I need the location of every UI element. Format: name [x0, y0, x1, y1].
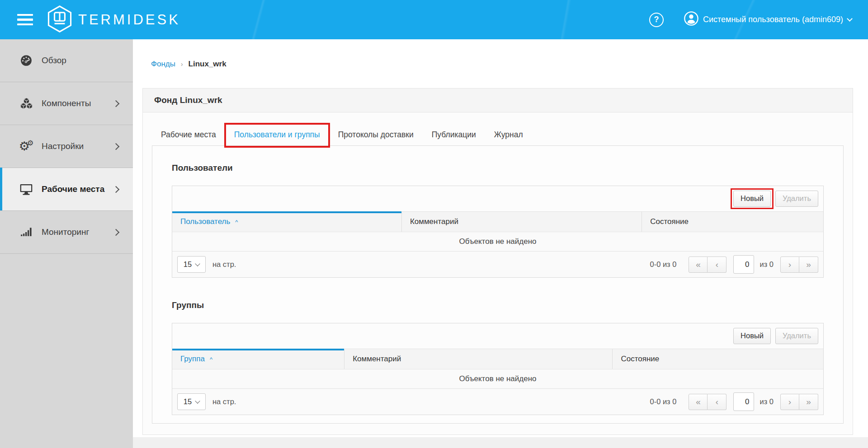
chart-bars-icon — [19, 226, 34, 238]
sidebar-item-overview[interactable]: Обзор — [0, 39, 133, 82]
last-page-button[interactable]: » — [799, 257, 818, 273]
section-heading-groups: Группы — [172, 300, 824, 310]
user-menu[interactable]: Системный пользователь (admin609) — [684, 11, 852, 28]
column-header-state[interactable]: Состояние — [612, 349, 823, 369]
tab-users-and-groups[interactable]: Пользователи и группы — [225, 124, 329, 145]
sidebar-item-components[interactable]: Компоненты — [0, 82, 133, 125]
pager-back-group: « ‹ — [689, 257, 726, 273]
gears-icon: ⚙⚙ — [19, 140, 34, 153]
chevron-right-icon — [113, 186, 120, 193]
of-pages-label: из 0 — [760, 397, 774, 406]
hamburger-bar — [17, 23, 33, 26]
delete-group-button[interactable]: Удалить — [775, 328, 818, 344]
users-pagination: 15 на стр. 0-0 из 0 « ‹ — [172, 251, 823, 277]
groups-toolbar: Новый Удалить — [172, 323, 823, 349]
column-header-state[interactable]: Состояние — [642, 212, 823, 232]
breadcrumb-current: Linux_wrk — [189, 60, 226, 69]
sidebar: Обзор Компоненты ⚙⚙ Настройки — [0, 39, 133, 448]
termidesk-app: TERMIDESK ? Системный пользователь (admi… — [0, 0, 868, 448]
groups-table-header: Группа ^ Комментарий Состояние — [172, 349, 823, 369]
per-page-label: на стр. — [212, 260, 236, 269]
column-header-group[interactable]: Группа ^ — [172, 349, 344, 369]
new-group-button[interactable]: Новый — [733, 328, 771, 344]
column-label: Группа — [180, 355, 205, 364]
tab-workplaces[interactable]: Рабочие места — [152, 124, 225, 145]
next-page-button[interactable]: › — [780, 394, 799, 410]
tab-journal[interactable]: Журнал — [485, 124, 532, 145]
users-toolbar: Новый Удалить — [172, 186, 823, 212]
page-number-input[interactable] — [733, 255, 754, 274]
sidebar-item-settings[interactable]: ⚙⚙ Настройки — [0, 125, 133, 168]
users-table: Новый Удалить Пользователь ^ Ком — [172, 186, 824, 278]
pager-forward-group: › » — [780, 257, 818, 273]
tab-label: Пользователи и группы — [234, 130, 320, 139]
first-page-button[interactable]: « — [689, 257, 708, 273]
chevron-right-icon — [113, 229, 120, 236]
tab-panel-users-and-groups: Пользователи Новый Удалить — [152, 145, 844, 424]
cubes-icon — [19, 97, 34, 110]
page-size-value: 15 — [184, 397, 192, 406]
sidebar-item-workplaces[interactable]: Рабочие места — [0, 168, 133, 211]
sidebar-item-label: Обзор — [42, 56, 66, 65]
page-bottom-strip — [133, 437, 868, 448]
first-page-button[interactable]: « — [689, 394, 708, 410]
sidebar-item-label: Мониторинг — [42, 227, 89, 237]
topbar: TERMIDESK ? Системный пользователь (admi… — [0, 0, 868, 39]
pager-right: 0-0 из 0 « ‹ из 0 › » — [650, 255, 818, 274]
breadcrumb: Фонды › Linux_wrk — [151, 60, 868, 69]
sidebar-item-label: Компоненты — [42, 98, 91, 108]
topbar-right: ? Системный пользователь (admin609) — [649, 11, 852, 28]
column-header-comment[interactable]: Комментарий — [344, 349, 612, 369]
delete-user-button[interactable]: Удалить — [775, 191, 818, 207]
hamburger-bar — [17, 19, 33, 21]
prev-page-button[interactable]: ‹ — [708, 257, 726, 273]
sidebar-item-label: Рабочие места — [42, 184, 104, 194]
sidebar-item-label: Настройки — [42, 141, 84, 151]
hexagon-logo-icon — [46, 5, 74, 35]
page-size-select[interactable]: 15 — [177, 393, 206, 410]
groups-table: Новый Удалить Группа ^ Комментарий Состо… — [172, 323, 824, 415]
new-user-button[interactable]: Новый — [733, 191, 771, 207]
page-size-value: 15 — [184, 260, 192, 269]
per-page-label: на стр. — [212, 397, 236, 406]
tab-publications[interactable]: Публикации — [423, 124, 485, 145]
help-icon[interactable]: ? — [649, 13, 664, 27]
groups-pagination: 15 на стр. 0-0 из 0 « ‹ — [172, 388, 823, 415]
sidebar-item-monitoring[interactable]: Мониторинг — [0, 211, 133, 254]
hamburger-menu-icon[interactable] — [17, 11, 33, 28]
chevron-right-icon — [113, 100, 120, 107]
sort-asc-icon: ^ — [235, 219, 238, 225]
users-table-header: Пользователь ^ Комментарий Состояние — [172, 212, 823, 232]
fond-card: Фонд Linux_wrk Рабочие места Пользовател… — [142, 88, 853, 435]
section-heading-users: Пользователи — [172, 163, 824, 173]
card-body: Рабочие места Пользователи и группы Прот… — [143, 112, 853, 424]
next-page-button[interactable]: › — [780, 257, 799, 273]
new-button-wrap: Новый — [733, 191, 771, 207]
tab-bar: Рабочие места Пользователи и группы Прот… — [152, 124, 844, 145]
desktop-icon — [19, 182, 34, 196]
column-header-comment[interactable]: Комментарий — [401, 212, 642, 232]
breadcrumb-separator: › — [181, 61, 183, 68]
user-avatar-icon — [684, 11, 703, 28]
breadcrumb-link-fonds[interactable]: Фонды — [151, 60, 175, 69]
brand-name: TERMIDESK — [78, 12, 180, 28]
pager-right: 0-0 из 0 « ‹ из 0 › » — [650, 392, 818, 411]
groups-empty-message: Объектов не найдено — [172, 369, 823, 388]
hamburger-bar — [17, 14, 33, 16]
brand-logo: TERMIDESK — [46, 5, 180, 35]
range-label: 0-0 из 0 — [650, 260, 676, 269]
user-name-label: Системный пользователь (admin609) — [703, 15, 843, 24]
of-pages-label: из 0 — [760, 260, 774, 269]
prev-page-button[interactable]: ‹ — [708, 394, 726, 410]
chevron-right-icon — [113, 143, 120, 150]
sort-asc-icon: ^ — [210, 356, 212, 363]
column-header-user[interactable]: Пользователь ^ — [172, 212, 401, 232]
section-users: Пользователи Новый Удалить — [172, 163, 824, 278]
chevron-down-icon — [847, 16, 853, 22]
page-number-input[interactable] — [733, 392, 754, 411]
tab-delivery-protocols[interactable]: Протоколы доставки — [329, 124, 423, 145]
column-label: Пользователь — [180, 217, 230, 226]
page-size-select[interactable]: 15 — [177, 256, 206, 273]
range-label: 0-0 из 0 — [650, 397, 676, 406]
last-page-button[interactable]: » — [799, 394, 818, 410]
